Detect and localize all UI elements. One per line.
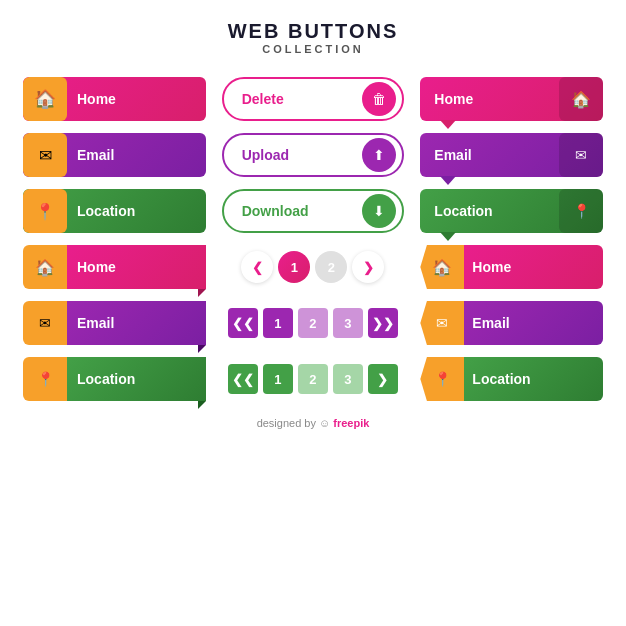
email-tag-icon-box: ✉ bbox=[420, 301, 464, 345]
location-label: Location bbox=[67, 203, 206, 219]
home-icon-bubble: 🏠 bbox=[559, 77, 603, 121]
upload-button-outline[interactable]: Upload ⬆ bbox=[222, 133, 405, 177]
email-button-solid-purple[interactable]: ✉ Email bbox=[23, 133, 206, 177]
location-tag-label: Location bbox=[464, 371, 530, 387]
location-bubble-label: Location bbox=[420, 203, 559, 219]
pagination-circles-red: ❮ 1 2 ❯ bbox=[222, 245, 405, 289]
page-2-purple[interactable]: 2 bbox=[298, 308, 328, 338]
email-tag-label: Email bbox=[464, 315, 509, 331]
location-button-bubble-green[interactable]: Location 📍 bbox=[420, 189, 603, 233]
next-page-button[interactable]: ❯ bbox=[352, 251, 384, 283]
home-icon-box: 🏠 bbox=[23, 77, 67, 121]
home-ribbon-icon: 🏠 bbox=[35, 258, 55, 277]
home-icon: 🏠 bbox=[34, 88, 56, 110]
page-2-button[interactable]: 2 bbox=[315, 251, 347, 283]
home-button-solid-pink[interactable]: 🏠 Home bbox=[23, 77, 206, 121]
button-grid: 🏠 Home Delete 🗑 Home 🏠 ✉ Email Upload ⬆ … bbox=[23, 77, 603, 401]
page-subtitle: COLLECTION bbox=[228, 43, 399, 55]
home-bubble-label: Home bbox=[420, 91, 559, 107]
home-tag-icon-box: 🏠 bbox=[420, 245, 464, 289]
email-tag-icon: ✉ bbox=[436, 315, 448, 331]
footer: designed by ☺ freepik bbox=[257, 417, 370, 429]
last-page-green[interactable]: ❯ bbox=[368, 364, 398, 394]
email-bubble-label: Email bbox=[420, 147, 559, 163]
footer-text: designed by bbox=[257, 417, 316, 429]
home-ribbon-body: Home bbox=[67, 245, 206, 289]
home-ribbon-label: Home bbox=[67, 259, 206, 275]
location-button-solid-green[interactable]: 📍 Location bbox=[23, 189, 206, 233]
upload-icon: ⬆ bbox=[362, 138, 396, 172]
home-tag-label: Home bbox=[464, 259, 511, 275]
first-page-green[interactable]: ❮❮ bbox=[228, 364, 258, 394]
last-page-button[interactable]: ❯❯ bbox=[368, 308, 398, 338]
location-ribbon-label: Location bbox=[67, 371, 206, 387]
page-1-purple[interactable]: 1 bbox=[263, 308, 293, 338]
home-tag-icon: 🏠 bbox=[432, 258, 452, 277]
email-ribbon-icon-box: ✉ bbox=[23, 301, 67, 345]
page-3-green[interactable]: 3 bbox=[333, 364, 363, 394]
email-ribbon-icon: ✉ bbox=[39, 315, 51, 331]
location-tag-icon: 📍 bbox=[434, 371, 451, 387]
page-3-purple[interactable]: 3 bbox=[333, 308, 363, 338]
email-button-bubble-purple[interactable]: Email ✉ bbox=[420, 133, 603, 177]
download-label: Download bbox=[242, 203, 363, 219]
email-icon-bubble: ✉ bbox=[559, 133, 603, 177]
pagination-squares-green: ❮❮ 1 2 3 ❯ bbox=[222, 357, 405, 401]
home-ribbon-icon-box: 🏠 bbox=[23, 245, 67, 289]
footer-brand: freepik bbox=[333, 417, 369, 429]
page-title: WEB BUTTONS bbox=[228, 20, 399, 43]
email-icon: ✉ bbox=[39, 146, 52, 165]
location-ribbon-icon-box: 📍 bbox=[23, 357, 67, 401]
location-icon-box: 📍 bbox=[23, 189, 67, 233]
page-1-button[interactable]: 1 bbox=[278, 251, 310, 283]
email-button-tag-purple[interactable]: ✉ Email bbox=[420, 301, 603, 345]
page-1-green[interactable]: 1 bbox=[263, 364, 293, 394]
delete-icon: 🗑 bbox=[362, 82, 396, 116]
email-button-ribbon-purple[interactable]: ✉ Email bbox=[23, 301, 206, 345]
home-button-bubble-pink[interactable]: Home 🏠 bbox=[420, 77, 603, 121]
location-tag-icon-box: 📍 bbox=[420, 357, 464, 401]
location-icon: 📍 bbox=[35, 202, 55, 221]
email-tag-body: Email bbox=[464, 301, 603, 345]
location-ribbon-body: Location bbox=[67, 357, 206, 401]
email-ribbon-body: Email bbox=[67, 301, 206, 345]
download-button-outline[interactable]: Download ⬇ bbox=[222, 189, 405, 233]
location-ribbon-icon: 📍 bbox=[37, 371, 54, 387]
location-button-tag-green[interactable]: 📍 Location bbox=[420, 357, 603, 401]
email-icon-box: ✉ bbox=[23, 133, 67, 177]
prev-page-button[interactable]: ❮ bbox=[241, 251, 273, 283]
delete-label: Delete bbox=[242, 91, 363, 107]
home-button-tag-pink[interactable]: 🏠 Home bbox=[420, 245, 603, 289]
download-icon: ⬇ bbox=[362, 194, 396, 228]
home-tag-body: Home bbox=[464, 245, 603, 289]
delete-button-outline[interactable]: Delete 🗑 bbox=[222, 77, 405, 121]
home-label: Home bbox=[67, 91, 206, 107]
header: WEB BUTTONS COLLECTION bbox=[228, 20, 399, 77]
first-page-button[interactable]: ❮❮ bbox=[228, 308, 258, 338]
home-button-ribbon-pink[interactable]: 🏠 Home bbox=[23, 245, 206, 289]
location-button-ribbon-green[interactable]: 📍 Location bbox=[23, 357, 206, 401]
location-icon-bubble: 📍 bbox=[559, 189, 603, 233]
pagination-squares-purple: ❮❮ 1 2 3 ❯❯ bbox=[222, 301, 405, 345]
email-ribbon-label: Email bbox=[67, 315, 206, 331]
email-label: Email bbox=[67, 147, 206, 163]
location-tag-body: Location bbox=[464, 357, 603, 401]
page-2-green[interactable]: 2 bbox=[298, 364, 328, 394]
upload-label: Upload bbox=[242, 147, 363, 163]
